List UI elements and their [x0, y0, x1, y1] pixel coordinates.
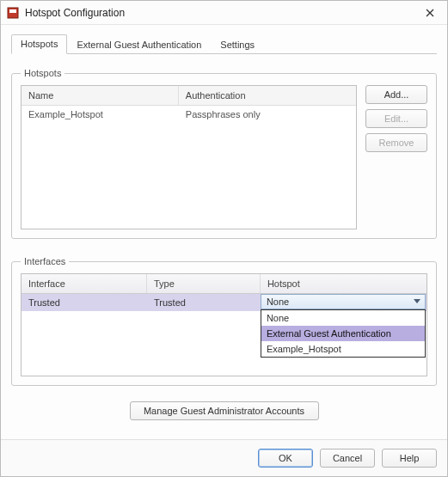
edit-button[interactable]: Edit...: [365, 109, 427, 128]
interfaces-group: Interfaces Interface Type Hotspot Truste…: [11, 256, 437, 386]
hotspot-name-cell: Example_Hotspot: [21, 106, 179, 123]
interface-name-cell: Trusted: [21, 294, 147, 311]
hotspots-col-auth[interactable]: Authentication: [179, 86, 356, 105]
tab-bar: Hotspots External Guest Authentication S…: [11, 34, 437, 54]
interfaces-table[interactable]: Interface Type Hotspot Trusted Trusted N…: [21, 273, 427, 376]
manage-button-row: Manage Guest Administrator Accounts: [11, 401, 437, 420]
manage-guest-admin-button[interactable]: Manage Guest Administrator Accounts: [130, 401, 319, 420]
hotspot-dropdown: None External Guest Authentication Examp…: [261, 309, 426, 358]
hotspots-side-buttons: Add... Edit... Remove: [365, 85, 427, 229]
dialog-footer: OK Cancel Help: [1, 439, 447, 476]
tab-external-guest-auth[interactable]: External Guest Authentication: [67, 35, 211, 54]
svg-marker-4: [414, 299, 420, 303]
hotspot-option-example[interactable]: Example_Hotspot: [261, 341, 425, 357]
table-row[interactable]: Trusted Trusted None None Ext: [21, 294, 427, 311]
hotspot-option-none[interactable]: None: [261, 310, 425, 326]
hotspots-col-name[interactable]: Name: [21, 86, 179, 105]
interfaces-col-hotspot[interactable]: Hotspot: [261, 274, 427, 293]
ok-button[interactable]: OK: [258, 449, 313, 468]
hotspot-auth-cell: Passphrases only: [179, 106, 356, 123]
hotspots-group: Hotspots Name Authentication Example_Hot…: [11, 68, 437, 239]
interface-hotspot-cell: None None External Guest Authentication …: [261, 294, 427, 311]
help-button[interactable]: Help: [382, 449, 437, 468]
table-row[interactable]: Example_Hotspot Passphrases only: [21, 106, 356, 123]
hotspot-option-external[interactable]: External Guest Authentication: [261, 326, 425, 341]
hotspot-combobox[interactable]: None: [261, 294, 426, 309]
close-button[interactable]: [418, 3, 442, 22]
interface-type-cell: Trusted: [147, 294, 261, 311]
window-title: Hotspot Configuration: [25, 7, 418, 19]
svg-rect-1: [9, 9, 16, 13]
close-icon: [426, 9, 434, 17]
interfaces-col-interface[interactable]: Interface: [21, 274, 147, 293]
interfaces-legend: Interfaces: [21, 256, 69, 266]
hotspot-combobox-value: None: [267, 297, 289, 307]
chevron-down-icon: [413, 299, 421, 304]
app-icon: [6, 6, 20, 20]
tab-hotspots[interactable]: Hotspots: [11, 34, 67, 54]
cancel-button[interactable]: Cancel: [320, 449, 375, 468]
titlebar: Hotspot Configuration: [1, 1, 447, 25]
add-button[interactable]: Add...: [365, 85, 427, 104]
remove-button[interactable]: Remove: [365, 133, 427, 152]
hotspots-table[interactable]: Name Authentication Example_Hotspot Pass…: [21, 85, 357, 229]
dialog-window: Hotspot Configuration Hotspots External …: [0, 0, 448, 477]
hotspots-legend: Hotspots: [21, 68, 64, 78]
interfaces-col-type[interactable]: Type: [147, 274, 261, 293]
tab-settings[interactable]: Settings: [211, 35, 264, 54]
dialog-body: Hotspots External Guest Authentication S…: [1, 25, 447, 439]
